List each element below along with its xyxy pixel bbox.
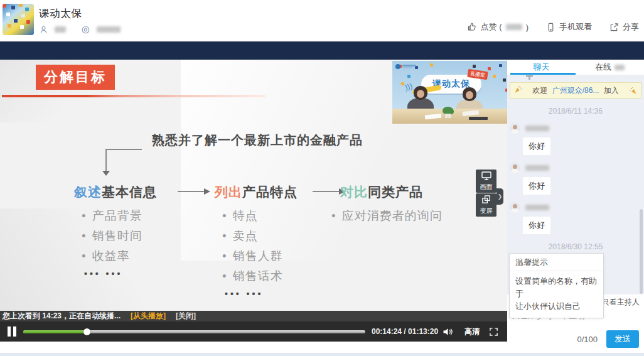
chat-tabs: 聊天 在线 <box>507 60 644 75</box>
share-button[interactable]: 分享 <box>609 21 639 33</box>
column-heading: 列出产品特点 <box>215 183 298 201</box>
slide-bullet: 销售时间 <box>82 226 157 246</box>
tab-online-label: 在线 <box>595 62 611 73</box>
column-heading: 叙述基本信息 <box>74 183 157 201</box>
fullscreen-button[interactable] <box>489 327 498 337</box>
chat-message: 你好 <box>510 162 641 195</box>
studio-logo <box>395 64 417 69</box>
tip-line: 让小伙伴认识自己 <box>515 301 581 311</box>
webcam-video: 课动太保 直播室 ))) <box>392 61 507 124</box>
nickname-tip-popup: 温馨提示 设置简单的名称，有助于 让小伙伴认识自己 <box>509 253 604 318</box>
like-button[interactable]: 点赞 ( ) <box>467 21 529 33</box>
overlap-squares-icon <box>481 195 491 205</box>
chat-panel: 聊天 在线 欢迎 广州观众/86... <box>507 60 644 353</box>
slide-heading: 熟悉并了解一个最新上市的金融产品 <box>94 132 421 149</box>
resume-notice-text: 您上次看到 14:23，正在自动续播... <box>3 311 121 321</box>
progress-fill <box>23 330 87 333</box>
collapse-arrow-icon[interactable]: ❯ <box>496 188 503 205</box>
tip-line: 设置简单的名称，有助于 <box>515 276 597 298</box>
channel-stats <box>39 24 121 35</box>
message-bubble: 你好 <box>523 177 550 195</box>
live-course-page: 课动太保 <box>0 0 644 356</box>
tip-body: 设置简单的名称，有助于 让小伙伴认识自己 <box>510 271 603 318</box>
avatar <box>510 163 520 173</box>
progress-bar[interactable] <box>23 330 365 333</box>
desk-book <box>469 117 488 120</box>
viewer-icon <box>81 25 90 35</box>
slide-title-underline <box>2 95 266 97</box>
avatar <box>510 202 520 213</box>
column-keyword: 列出 <box>215 185 242 199</box>
lead-arrow <box>105 149 107 171</box>
slide-bullet: 收益率 <box>82 246 157 266</box>
active-tab-underline <box>510 73 576 75</box>
column-heading-rest: 同类产品 <box>368 185 423 199</box>
more-dots: ••• ••• <box>225 289 298 299</box>
masked-username <box>525 126 549 131</box>
chat-scrollbar[interactable] <box>640 209 643 294</box>
like-label-close: ) <box>526 23 529 32</box>
lead-arrow <box>105 149 142 150</box>
chat-message: 你好 <box>510 122 641 155</box>
party-popper-icon <box>514 85 522 95</box>
only-host-label: 只看主持人 <box>602 297 640 308</box>
masked-username <box>525 205 549 210</box>
pause-button[interactable] <box>8 326 16 337</box>
slide-bullet: 特点 <box>222 206 298 226</box>
page-bottom-strip <box>0 353 644 356</box>
switch-screen-label: 变屏 <box>480 207 493 215</box>
quality-button[interactable]: 高清 <box>464 326 480 337</box>
thumbs-up-icon <box>467 22 477 32</box>
below-player-gap <box>0 342 507 353</box>
player-controls: 00:14:24 / 01:13:20 高清 <box>0 321 507 342</box>
player-top-bar <box>0 41 644 60</box>
avatar <box>510 123 520 134</box>
slide-column-3: 对比同类产品 应对消费者的询问 <box>331 183 443 226</box>
masked-username <box>525 165 549 171</box>
column-keyword: 对比 <box>340 185 368 199</box>
channel-title: 课动太保 <box>39 6 82 21</box>
welcome-prefix: 欢迎 <box>532 86 547 95</box>
chat-send-row: 0/100 发送 <box>507 330 644 353</box>
mobile-view-button[interactable]: 手机观看 <box>546 21 592 33</box>
clipped-message-fragment <box>526 75 533 80</box>
screen-mode-button[interactable]: 画面 <box>476 170 496 193</box>
share-icon <box>609 23 619 32</box>
welcome-username[interactable]: 广州观众/86... <box>552 86 599 95</box>
desk-plant <box>443 107 454 115</box>
slide-bullet: 销售话术 <box>222 266 298 286</box>
like-label: 点赞 ( <box>481 21 502 33</box>
page-header: 课动太保 <box>0 0 644 41</box>
ribbon-text: 直播室 <box>467 69 488 80</box>
column-heading: 对比同类产品 <box>340 183 443 201</box>
switch-screen-button[interactable]: 变屏 <box>476 193 496 217</box>
close-notice-button[interactable]: [关闭] <box>176 311 196 321</box>
chat-timestamp: 2018/6/30 12:55 <box>510 242 641 251</box>
column-keyword: 叙述 <box>74 185 102 199</box>
header-actions: 点赞 ( ) 手机观看 分享 <box>467 21 639 33</box>
tab-chat-label: 聊天 <box>534 62 550 73</box>
share-label: 分享 <box>623 21 639 33</box>
tab-online[interactable]: 在线 <box>576 60 644 75</box>
volume-button[interactable] <box>443 327 453 337</box>
screen-mode-label: 画面 <box>480 183 493 191</box>
slide-title-badge: 分解目标 <box>36 65 115 90</box>
person-icon <box>39 25 48 35</box>
flow-arrow-icon <box>178 187 210 196</box>
resume-notice-bar: 您上次看到 14:23，正在自动续播... [从头播放] [关闭] <box>0 311 507 321</box>
chat-message: 你好 <box>510 202 641 234</box>
masked-stat <box>97 26 121 33</box>
replay-from-start-button[interactable]: [从头播放] <box>131 311 166 321</box>
char-count: 0/100 <box>577 335 598 344</box>
send-button[interactable]: 发送 <box>606 330 639 348</box>
video-player: 分解目标 熟悉并了解一个最新上市的金融产品 叙述基本信息 产品背景 销售时间 收… <box>0 60 507 321</box>
mobile-view-label: 手机观看 <box>559 21 592 33</box>
welcome-text: 欢迎 广州观众/86... 加入 <box>522 85 629 96</box>
more-dots: ••• ••• <box>84 269 157 279</box>
chat-timestamp: 2018/6/11 14:36 <box>510 107 641 116</box>
welcome-suffix: 加入 <box>604 86 619 95</box>
time-display: 00:14:24 / 01:13:20 <box>372 327 438 336</box>
slide-column-2: 列出产品特点 特点 卖点 销售人群 销售话术 ••• ••• <box>215 183 298 299</box>
phone-icon <box>546 23 555 32</box>
welcome-banner: 欢迎 广州观众/86... 加入 <box>510 82 641 99</box>
